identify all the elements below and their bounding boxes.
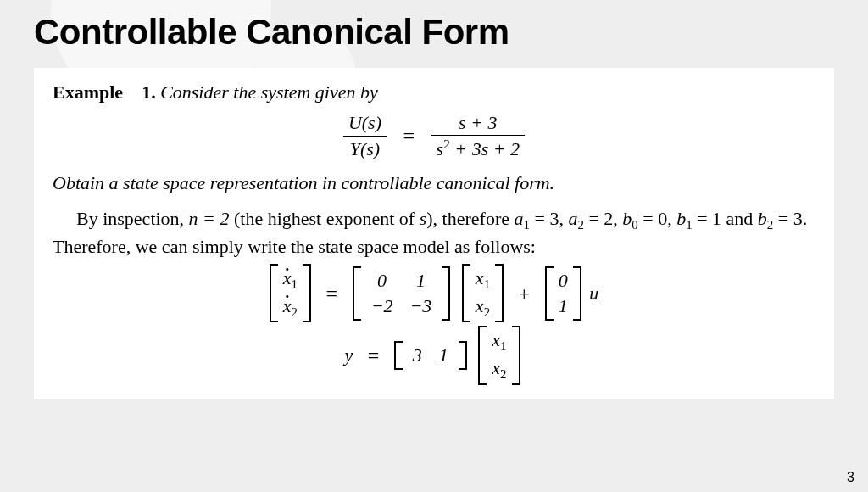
- slide: Controllable Canonical Form Example 1. C…: [0, 12, 868, 492]
- page-number: 3: [847, 470, 854, 485]
- output-equation-row: y = 31 x1 x2: [53, 326, 815, 384]
- example-prompt: Consider the system given by: [160, 81, 378, 103]
- tf-left-den: Y(s): [343, 136, 387, 162]
- u-var: u: [589, 281, 598, 306]
- problem-statement: Obtain a state space representation in c…: [53, 171, 815, 196]
- x1as: 1: [484, 278, 490, 292]
- sol-b1s: 1: [686, 218, 692, 232]
- tf-equals: =: [403, 122, 415, 149]
- solution-paragraph: By inspection, n = 2 (the highest expone…: [53, 206, 815, 259]
- xdot2: x: [283, 295, 292, 316]
- xdot1s: 1: [292, 278, 298, 292]
- sol-b1: b: [676, 208, 686, 229]
- eq-sign-2: =: [368, 342, 380, 369]
- x2as: 2: [484, 305, 490, 319]
- tf-left-num: U(s): [343, 110, 387, 136]
- tf-den-rest: + 3s + 2: [450, 139, 520, 160]
- tf-right-num: s + 3: [431, 110, 526, 136]
- sol-b2: b: [758, 208, 767, 229]
- sol-t3: ), therefore: [426, 208, 514, 229]
- sol-b0: b: [622, 208, 632, 229]
- b-vector: 01: [545, 266, 581, 320]
- example-label: Example: [53, 81, 123, 103]
- x1bs: 1: [500, 340, 506, 354]
- x-vector-1: x1 x2: [462, 264, 504, 322]
- example-line: Example 1. Consider the system given by: [53, 80, 815, 105]
- x-vector-2: x1 x2: [478, 326, 520, 384]
- c1: 3: [404, 343, 431, 368]
- xdot2s: 2: [292, 305, 298, 319]
- sol-a2s: 2: [577, 218, 583, 232]
- eq-sign-1: =: [326, 280, 338, 307]
- sol-b0e: = 0,: [638, 208, 676, 229]
- a12: 1: [402, 268, 441, 294]
- content-box: Example 1. Consider the system given by …: [34, 68, 834, 399]
- transfer-function: U(s) Y(s) = s + 3 s2 + 3s + 2: [53, 110, 815, 163]
- b1: 0: [555, 268, 571, 294]
- plus-sign: +: [519, 280, 531, 307]
- sol-b0s: 0: [632, 218, 637, 232]
- xdot-vector: x1 x2: [270, 264, 311, 322]
- x1a: x: [476, 267, 484, 288]
- b2: 1: [555, 294, 571, 319]
- sol-t4: Therefore, we can simply write the state…: [53, 236, 536, 257]
- sol-b2e: = 3.: [773, 208, 807, 229]
- slide-title: Controllable Canonical Form: [34, 12, 834, 53]
- a22: −3: [402, 294, 441, 319]
- state-space-equations: x1 x2 = 01 −2−3 x1 x2 + 01: [53, 264, 815, 384]
- tf-den-s: s: [437, 139, 444, 160]
- tf-left-fraction: U(s) Y(s): [343, 110, 387, 161]
- x1b: x: [492, 329, 500, 350]
- sol-a1: a: [514, 208, 523, 229]
- sol-a1e: = 3,: [530, 208, 568, 229]
- sol-t1: By inspection,: [76, 208, 189, 229]
- a21: −2: [363, 294, 402, 319]
- x2bs: 2: [500, 367, 506, 381]
- example-number: 1.: [142, 81, 156, 103]
- a11: 0: [363, 268, 402, 294]
- state-equation-row: x1 x2 = 01 −2−3 x1 x2 + 01: [53, 264, 815, 322]
- tf-den-sq: 2: [443, 137, 450, 151]
- sol-a2: a: [568, 208, 577, 229]
- sol-s: s: [420, 208, 427, 229]
- x2b: x: [492, 357, 500, 378]
- a-matrix: 01 −2−3: [353, 266, 451, 320]
- c2: 1: [431, 343, 457, 368]
- x2a: x: [476, 295, 484, 316]
- sol-t2: (the highest exponent of: [229, 208, 419, 229]
- y-var: y: [344, 343, 353, 368]
- c-matrix: 31: [394, 341, 467, 370]
- sol-n: n = 2: [189, 208, 230, 229]
- tf-right-fraction: s + 3 s2 + 3s + 2: [431, 110, 526, 163]
- sol-a1s: 1: [523, 218, 529, 232]
- sol-b1e: = 1 and: [693, 208, 758, 229]
- sol-a2e: = 2,: [584, 208, 622, 229]
- tf-right-den: s2 + 3s + 2: [431, 135, 526, 162]
